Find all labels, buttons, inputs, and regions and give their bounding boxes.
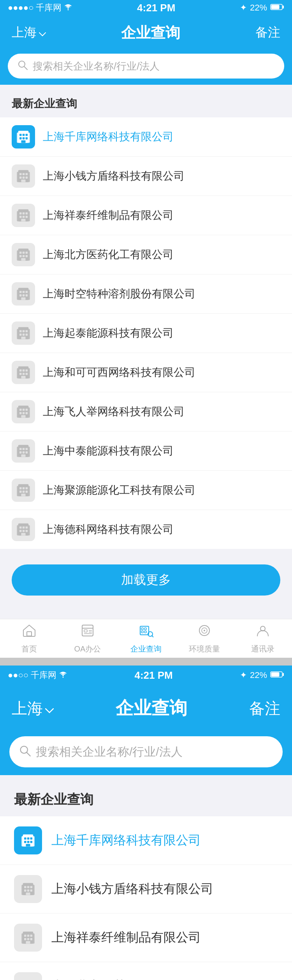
- location-selector-2[interactable]: 上海: [12, 698, 54, 719]
- list-item[interactable]: 上海起泰能源科技有限公司: [0, 314, 292, 353]
- svg-rect-46: [19, 294, 22, 297]
- list-item[interactable]: 上海北方医药化工有限公司: [0, 235, 292, 274]
- tab-item-环境质量[interactable]: 环境质量: [175, 619, 234, 658]
- svg-rect-44: [23, 291, 25, 293]
- svg-rect-129: [24, 837, 26, 840]
- action-button-2[interactable]: 备注: [249, 698, 280, 719]
- svg-line-126: [27, 752, 30, 756]
- svg-rect-22: [21, 180, 25, 182]
- list-item[interactable]: 上海德科网络科技有限公司: [0, 510, 292, 549]
- svg-rect-34: [19, 252, 22, 254]
- list-item[interactable]: 上海北方医药化工有限公司: [0, 962, 292, 980]
- section-title-2: 最新企业查询: [0, 783, 292, 816]
- svg-rect-143: [30, 889, 33, 892]
- svg-rect-43: [19, 291, 22, 293]
- svg-rect-101: [23, 530, 25, 532]
- svg-rect-93: [26, 491, 28, 493]
- svg-rect-18: [26, 173, 28, 175]
- list-item[interactable]: 上海中泰能源科技有限公司: [0, 431, 292, 471]
- svg-rect-65: [23, 373, 25, 375]
- dropdown-arrow: [39, 26, 46, 40]
- search-icon-2: [19, 744, 31, 760]
- svg-rect-58: [21, 337, 25, 339]
- svg-rect-82: [19, 451, 22, 454]
- company-name: 上海千库网络科技有限公司: [43, 129, 280, 144]
- tab-item-OA办公[interactable]: OA办公: [58, 619, 117, 658]
- svg-rect-28: [19, 216, 22, 218]
- svg-rect-80: [23, 448, 25, 450]
- location-text: 上海: [12, 24, 37, 41]
- status-right-icons: ✦ 22%: [240, 3, 284, 13]
- list-item[interactable]: 上海时空特种溶剂股份有限公司: [0, 274, 292, 314]
- tab-item-首页[interactable]: 首页: [0, 619, 58, 658]
- search-bar-container: 搜索相关企业名称/行业/法人: [0, 50, 292, 85]
- company-icon: [14, 826, 42, 854]
- screen-2: ●●○○ 千库网 4:21 PM ✦ 22%: [0, 666, 292, 980]
- search-input-wrap[interactable]: 搜索相关企业名称/行业/法人: [8, 54, 284, 79]
- company-name: 上海时空特种溶剂股份有限公司: [43, 286, 280, 301]
- list-item[interactable]: 上海祥泰纤维制品有限公司: [0, 914, 292, 962]
- nav-bar: 上海 企业查询 备注: [0, 16, 292, 50]
- svg-rect-1: [283, 5, 284, 9]
- svg-rect-20: [23, 176, 25, 179]
- list-item[interactable]: 上海祥泰纤维制品有限公司: [0, 196, 292, 235]
- svg-rect-39: [26, 255, 28, 257]
- svg-rect-147: [24, 935, 26, 937]
- svg-rect-79: [19, 448, 22, 450]
- svg-rect-102: [26, 530, 28, 532]
- svg-rect-17: [23, 173, 25, 175]
- wifi-icon: [64, 3, 72, 13]
- svg-rect-11: [23, 137, 25, 140]
- bluetooth-icon-2: ✦: [240, 670, 247, 680]
- svg-rect-99: [26, 526, 28, 529]
- svg-rect-49: [21, 297, 25, 300]
- action-button[interactable]: 备注: [255, 24, 280, 41]
- list-item[interactable]: 上海千库网络科技有限公司: [0, 816, 292, 865]
- tab-item-企业查询[interactable]: 企业查询: [117, 619, 175, 658]
- svg-rect-133: [27, 841, 30, 843]
- list-item[interactable]: 上海飞人举网络科技有限公司: [0, 392, 292, 431]
- list-item[interactable]: 上海小钱方盾络科技有限公司: [0, 157, 292, 196]
- svg-rect-40: [21, 258, 25, 261]
- page-title: 企业查询: [46, 23, 255, 43]
- svg-rect-132: [24, 841, 26, 843]
- search-input-wrap-2[interactable]: 搜索相关企业名称/行业/法人: [9, 736, 283, 767]
- company-name: 上海小钱方盾络科技有限公司: [43, 169, 280, 183]
- nav-bar-2: 上海 企业查询 备注: [0, 685, 292, 732]
- svg-rect-10: [19, 137, 22, 140]
- company-name: 上海北方医药化工有限公司: [43, 247, 280, 262]
- svg-rect-112: [141, 628, 143, 630]
- company-list-2: 上海千库网络科技有限公司 上海小钱方盾络科技有限公司 上海祥泰纤维制品有限公司 …: [0, 816, 292, 980]
- company-icon: [14, 972, 42, 980]
- svg-rect-16: [19, 173, 22, 175]
- svg-rect-30: [26, 216, 28, 218]
- list-item[interactable]: 上海小钱方盾络科技有限公司: [0, 865, 292, 914]
- svg-rect-27: [26, 212, 28, 215]
- page-title-2: 企业查询: [54, 696, 249, 720]
- company-icon: [12, 518, 35, 541]
- list-item[interactable]: 上海和可可西网络科技有限公司: [0, 353, 292, 392]
- svg-rect-75: [26, 412, 28, 414]
- svg-rect-56: [23, 334, 25, 336]
- list-item[interactable]: 上海千库网络科技有限公司: [0, 117, 292, 157]
- load-more-button[interactable]: 加载更多: [12, 564, 280, 596]
- list-item[interactable]: 上海聚源能源化工科技有限公司: [0, 471, 292, 510]
- svg-rect-142: [27, 889, 30, 892]
- status-time-2: 4:21 PM: [134, 669, 172, 681]
- location-text-2: 上海: [12, 698, 43, 719]
- company-icon: [12, 164, 35, 188]
- svg-rect-131: [30, 837, 33, 840]
- status-left-icons-2: ●●○○ 千库网: [8, 669, 67, 681]
- company-name: 上海北方医药化工有限公司: [51, 978, 278, 980]
- company-icon: [14, 875, 42, 903]
- svg-rect-130: [27, 837, 30, 840]
- company-icon: [12, 479, 35, 502]
- tab-item-通讯录[interactable]: 通讯录: [234, 619, 292, 658]
- svg-rect-26: [23, 212, 25, 215]
- svg-rect-90: [26, 487, 28, 489]
- company-name: 上海中泰能源科技有限公司: [43, 444, 280, 458]
- svg-rect-71: [23, 409, 25, 411]
- location-selector[interactable]: 上海: [12, 24, 46, 41]
- status-right-icons-2: ✦ 22%: [240, 670, 284, 680]
- svg-rect-25: [19, 212, 22, 215]
